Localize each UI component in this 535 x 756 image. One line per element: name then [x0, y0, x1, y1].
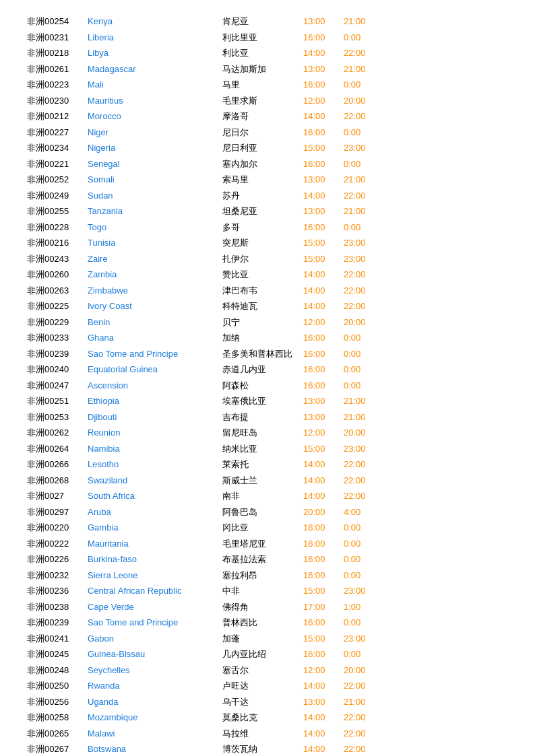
row-time-start: 14:00: [303, 300, 344, 313]
row-country-name[interactable]: Mozambique: [88, 711, 222, 724]
row-country-name[interactable]: Malawi: [88, 727, 222, 741]
table-row: 非洲00250 Rwanda 卢旺达 14:00 22:00: [27, 678, 508, 694]
row-chinese-name: 毛里塔尼亚: [222, 537, 303, 551]
row-time-end: 22:00: [344, 743, 384, 756]
row-time-start: 16:00: [303, 78, 344, 92]
row-country-name[interactable]: Cape Verde: [88, 600, 222, 614]
row-country-name[interactable]: Djibouti: [88, 411, 222, 424]
row-time-start: 14:00: [303, 284, 344, 298]
row-time-start: 15:00: [303, 442, 344, 456]
row-chinese-name: 苏丹: [222, 189, 303, 203]
row-country-name[interactable]: Lesotho: [88, 458, 222, 471]
row-time-end: 22:00: [344, 711, 384, 724]
row-country-name[interactable]: Sao Tome and Principe: [88, 616, 222, 629]
row-time-end: 21:00: [344, 205, 384, 218]
row-time-end: 21:00: [344, 394, 384, 408]
row-code: 非洲00255: [27, 205, 88, 218]
table-row: 非洲00239 Sao Tome and Principe 普林西比 16:00…: [27, 615, 508, 631]
row-country-name[interactable]: Ethiopia: [88, 394, 222, 408]
row-time-end: 20:00: [344, 426, 384, 440]
row-country-name[interactable]: Mauritius: [88, 94, 222, 108]
row-country-name[interactable]: Zambia: [88, 268, 222, 281]
row-time-start: 13:00: [303, 63, 344, 76]
row-chinese-name: 马达加斯加: [222, 63, 303, 76]
row-code: 非洲00234: [27, 141, 88, 155]
row-country-name[interactable]: Niger: [88, 126, 222, 139]
row-time-end: 21:00: [344, 695, 384, 709]
row-country-name[interactable]: Ivory Coast: [88, 300, 222, 313]
row-chinese-name: 赞比亚: [222, 268, 303, 281]
row-country-name[interactable]: Guinea-Bissau: [88, 648, 222, 661]
row-country-name[interactable]: Senegal: [88, 158, 222, 171]
row-chinese-name: 利比亚: [222, 46, 303, 60]
row-country-name[interactable]: Botswana: [88, 743, 222, 756]
row-country-name[interactable]: Namibia: [88, 442, 222, 456]
row-country-name[interactable]: Rwanda: [88, 679, 222, 693]
row-chinese-name: 扎伊尔: [222, 252, 303, 266]
row-country-name[interactable]: Equatorial Guinea: [88, 363, 222, 376]
row-time-end: 0:00: [344, 553, 384, 566]
row-country-name[interactable]: Uganda: [88, 695, 222, 709]
row-time-end: 22:00: [344, 679, 384, 693]
row-code: 非洲00238: [27, 600, 88, 614]
row-chinese-name: 塞舌尔: [222, 664, 303, 677]
row-country-name[interactable]: Zimbabwe: [88, 284, 222, 298]
row-code: 非洲00254: [27, 15, 88, 28]
row-code: 非洲00225: [27, 300, 88, 313]
table-row: 非洲00231 Liberia 利比里亚 16:00 0:00: [27, 30, 508, 46]
row-country-name[interactable]: Gambia: [88, 521, 222, 535]
row-time-start: 16:00: [303, 553, 344, 566]
row-country-name[interactable]: Sudan: [88, 189, 222, 203]
row-country-name[interactable]: Sao Tome and Principe: [88, 347, 222, 361]
row-chinese-name: 布基拉法索: [222, 553, 303, 566]
row-time-end: 0:00: [344, 158, 384, 171]
row-country-name[interactable]: Zaire: [88, 252, 222, 266]
row-code: 非洲00264: [27, 442, 88, 456]
table-row: 非洲00268 Swaziland 斯威士兰 14:00 22:00: [27, 473, 508, 489]
row-code: 非洲00223: [27, 78, 88, 92]
row-chinese-name: 普林西比: [222, 616, 303, 629]
row-country-name[interactable]: Burkina-faso: [88, 553, 222, 566]
row-country-name[interactable]: Tanzania: [88, 205, 222, 218]
row-country-name[interactable]: South Africa: [88, 489, 222, 503]
row-country-name[interactable]: Ascension: [88, 379, 222, 392]
table-row: 非洲00228 Togo 多哥 16:00 0:00: [27, 219, 508, 236]
row-country-name[interactable]: Swaziland: [88, 474, 222, 487]
table-row: 非洲00240 Equatorial Guinea 赤道几内亚 16:00 0:…: [27, 362, 508, 378]
row-time-start: 14:00: [303, 489, 344, 503]
row-chinese-name: 贝宁: [222, 316, 303, 329]
row-country-name[interactable]: Reunion: [88, 426, 222, 440]
row-country-name[interactable]: Togo: [88, 221, 222, 234]
table-row: 非洲00265 Malawi 马拉维 14:00 22:00: [27, 726, 508, 742]
row-time-end: 23:00: [344, 632, 384, 646]
row-country-name[interactable]: Morocco: [88, 110, 222, 123]
row-country-name[interactable]: Kenya: [88, 15, 222, 28]
row-country-name[interactable]: Gabon: [88, 632, 222, 646]
row-time-start: 16:00: [303, 221, 344, 234]
row-country-name[interactable]: Mauritania: [88, 537, 222, 551]
row-country-name[interactable]: Mali: [88, 78, 222, 92]
row-chinese-name: 冈比亚: [222, 521, 303, 535]
row-country-name[interactable]: Madagascar: [88, 63, 222, 76]
row-country-name[interactable]: Central African Republic: [88, 584, 222, 598]
row-country-name[interactable]: Seychelles: [88, 664, 222, 677]
row-time-end: 22:00: [344, 110, 384, 123]
country-table: 非洲00254 Kenya 肯尼亚 13:00 21:00 非洲00231 Li…: [27, 13, 508, 756]
table-row: 非洲00252 Somali 索马里 13:00 21:00: [27, 172, 508, 188]
row-country-name[interactable]: Benin: [88, 316, 222, 329]
row-country-name[interactable]: Sierra Leone: [88, 569, 222, 582]
row-code: 非洲00261: [27, 63, 88, 76]
row-country-name[interactable]: Somali: [88, 173, 222, 186]
row-country-name[interactable]: Nigeria: [88, 141, 222, 155]
row-time-start: 14:00: [303, 189, 344, 203]
row-time-end: 22:00: [344, 300, 384, 313]
row-time-start: 16:00: [303, 347, 344, 361]
row-country-name[interactable]: Libya: [88, 46, 222, 60]
row-country-name[interactable]: Tunisia: [88, 236, 222, 250]
row-time-end: 23:00: [344, 141, 384, 155]
row-country-name[interactable]: Aruba: [88, 506, 222, 519]
table-row: 非洲00216 Tunisia 突尼斯 15:00 23:00: [27, 235, 508, 251]
row-country-name[interactable]: Liberia: [88, 31, 222, 44]
row-code: 非洲00240: [27, 363, 88, 376]
row-country-name[interactable]: Ghana: [88, 331, 222, 345]
